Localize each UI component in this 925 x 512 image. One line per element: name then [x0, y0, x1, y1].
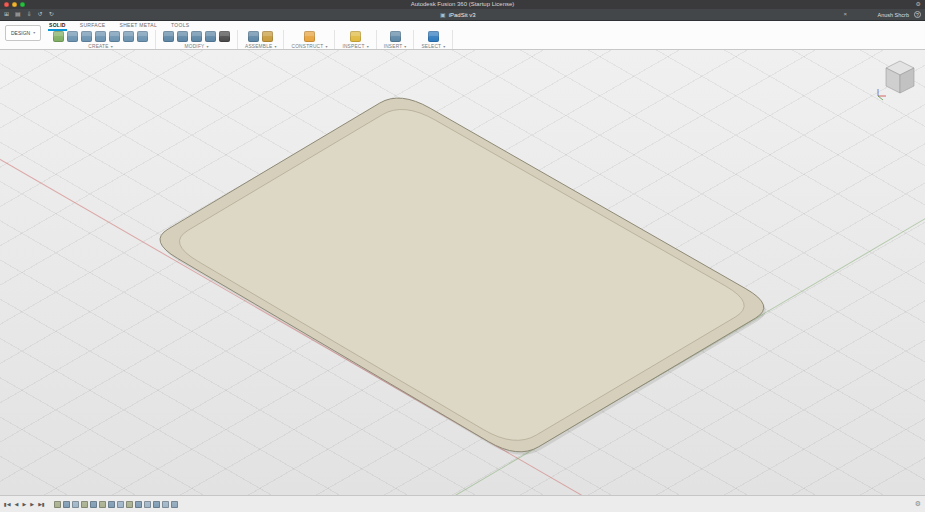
- timeline-step-back-button[interactable]: ◀: [15, 500, 19, 508]
- chevron-down-icon: ▾: [206, 45, 208, 49]
- app-grid-icon[interactable]: ⊞: [4, 9, 9, 20]
- modify-dropdown[interactable]: MODIFY ▾: [185, 44, 209, 49]
- revolve-icon[interactable]: [81, 31, 92, 42]
- timeline-chamfer-1[interactable]: [171, 501, 178, 508]
- construct-dropdown[interactable]: CONSTRUCT ▾: [291, 44, 327, 49]
- timeline-extrude-1[interactable]: [63, 501, 70, 508]
- fillet-icon[interactable]: [177, 31, 188, 42]
- timeline-extrude-4[interactable]: [135, 501, 142, 508]
- toolbar-group-insert: INSERT ▾: [377, 30, 415, 49]
- file-menu-icon[interactable]: ▤: [15, 9, 21, 20]
- timeline-fillet-4[interactable]: [162, 501, 169, 508]
- timeline-feature-track: [54, 501, 178, 508]
- timeline-playback-controls: ▮◀◀▶▶▶▮: [4, 500, 45, 508]
- toolbar-group-construct: CONSTRUCT ▾: [284, 30, 335, 49]
- toolbar-group-select: SELECT ▾: [414, 30, 453, 49]
- help-icon[interactable]: ?: [914, 11, 921, 18]
- create-sketch-icon[interactable]: [53, 31, 64, 42]
- toolbar-group-create: CREATE ▾: [46, 30, 156, 49]
- timeline-sketch-2[interactable]: [81, 501, 88, 508]
- chevron-down-icon: ▾: [325, 45, 327, 49]
- timeline-sketch-3[interactable]: [99, 501, 106, 508]
- timeline-go-to-start-button[interactable]: ▮◀: [4, 500, 11, 508]
- new-component-icon[interactable]: [248, 31, 259, 42]
- timeline-fillet-3[interactable]: [144, 501, 151, 508]
- timeline-step-forward-button[interactable]: ▶: [30, 500, 34, 508]
- close-tab-icon[interactable]: ×: [843, 9, 847, 20]
- combine-icon[interactable]: [205, 31, 216, 42]
- insert-mesh-icon[interactable]: [390, 31, 401, 42]
- measure-icon[interactable]: [350, 31, 361, 42]
- window-title: Autodesk Fusion 360 (Startup License): [0, 0, 925, 9]
- timeline-fillet-1[interactable]: [72, 501, 79, 508]
- timeline-fillet-2[interactable]: [117, 501, 124, 508]
- chevron-down-icon: ▾: [443, 45, 445, 49]
- timeline-play-button[interactable]: ▶: [22, 500, 26, 508]
- timeline-extrude-2[interactable]: [90, 501, 97, 508]
- timeline-settings-gear-icon[interactable]: ⚙: [915, 496, 921, 512]
- user-name[interactable]: Anush Shcrb: [878, 12, 910, 18]
- document-icon: ▣: [440, 11, 446, 18]
- chevron-down-icon: ▾: [404, 45, 406, 49]
- construction-plane-icon[interactable]: [304, 31, 315, 42]
- insert-dropdown[interactable]: INSERT ▾: [384, 44, 407, 49]
- press-pull-icon[interactable]: [163, 31, 174, 42]
- model-top-face[interactable]: [179, 109, 744, 440]
- toolbar-groups: CREATE ▾ MODIFY ▾ ASSEMBLE ▾ CONSTRUCT ▾: [46, 30, 453, 49]
- view-cube-y-axis: [878, 96, 883, 100]
- sweep-icon[interactable]: [95, 31, 106, 42]
- app-bar: ⊞▤⇩↺↻ ▣ iPadSit v3 × Anush Shcrb ?: [0, 9, 925, 21]
- create-dropdown[interactable]: CREATE ▾: [88, 44, 112, 49]
- toolbar-group-assemble: ASSEMBLE ▾: [238, 30, 284, 49]
- viewport-canvas[interactable]: [0, 49, 925, 496]
- timeline-go-to-end-button[interactable]: ▶▮: [38, 500, 45, 508]
- joint-icon[interactable]: [262, 31, 273, 42]
- timeline-extrude-3[interactable]: [108, 501, 115, 508]
- coil-icon[interactable]: [123, 31, 134, 42]
- title-bar: Autodesk Fusion 360 (Startup License) ⚙: [0, 0, 925, 9]
- ribbon: DESIGN ▾ SOLID SURFACE SHEET METAL TOOLS…: [0, 20, 925, 50]
- shell-icon[interactable]: [191, 31, 202, 42]
- toolbar-group-modify: MODIFY ▾: [156, 30, 238, 49]
- inspect-dropdown[interactable]: INSPECT ▾: [342, 44, 368, 49]
- chevron-down-icon: ▾: [111, 45, 113, 49]
- move-copy-icon[interactable]: [219, 31, 230, 42]
- loft-icon[interactable]: [109, 31, 120, 42]
- timeline-bar: ▮◀◀▶▶▶▮ ⚙: [0, 495, 925, 512]
- timeline-sketch-1[interactable]: [54, 501, 61, 508]
- undo-icon[interactable]: ↺: [38, 9, 43, 20]
- select-dropdown[interactable]: SELECT ▾: [421, 44, 445, 49]
- save-icon[interactable]: ⇩: [27, 9, 32, 20]
- settings-gear-icon[interactable]: ⚙: [916, 0, 921, 9]
- timeline-extrude-5[interactable]: [153, 501, 160, 508]
- quick-access-toolbar: ⊞▤⇩↺↻: [4, 9, 54, 20]
- toolbar-group-inspect: INSPECT ▾: [335, 30, 376, 49]
- chevron-down-icon: ▾: [367, 45, 369, 49]
- extrude-icon[interactable]: [67, 31, 78, 42]
- document-title: iPadSit v3: [449, 12, 476, 18]
- workspace-label: DESIGN: [11, 30, 30, 36]
- timeline-sketch-4[interactable]: [126, 501, 133, 508]
- box-icon[interactable]: [137, 31, 148, 42]
- chevron-down-icon: ▾: [33, 31, 35, 35]
- view-cube[interactable]: [875, 54, 921, 102]
- workspace-selector[interactable]: DESIGN ▾: [5, 25, 41, 41]
- chevron-down-icon: ▾: [274, 45, 276, 49]
- select-cursor-icon[interactable]: [428, 31, 439, 42]
- assemble-dropdown[interactable]: ASSEMBLE ▾: [245, 44, 276, 49]
- document-tab[interactable]: ▣ iPadSit v3: [440, 9, 476, 20]
- redo-icon[interactable]: ↻: [49, 9, 54, 20]
- model[interactable]: [0, 49, 925, 496]
